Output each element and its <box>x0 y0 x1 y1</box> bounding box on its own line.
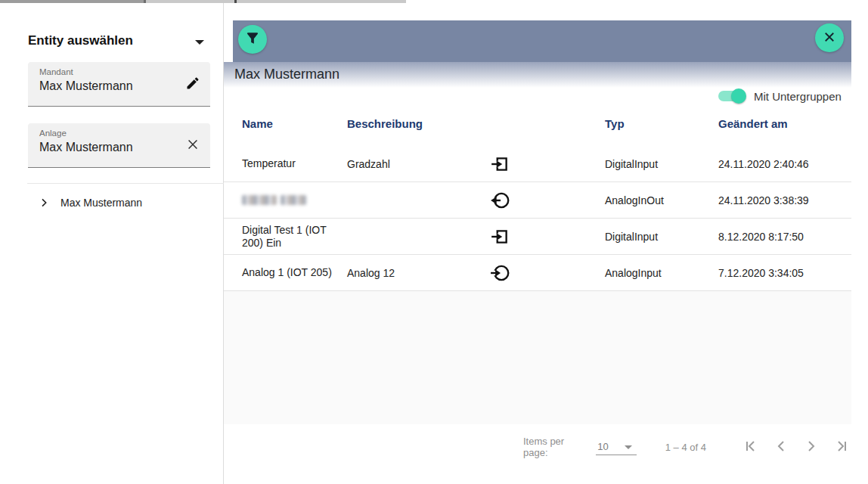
close-x-icon <box>823 30 836 46</box>
paginator: Items per page: 10 1 – 4 of 4 <box>523 437 851 457</box>
column-header-typ[interactable]: Typ <box>605 117 625 130</box>
cell-name: Digital Test 1 (IOT 200) Ein <box>242 219 337 254</box>
clear-anlage-button[interactable] <box>183 135 203 155</box>
subgroups-toggle[interactable] <box>718 88 749 104</box>
items-per-page-label: Items per page: <box>523 436 588 458</box>
mandant-field-label: Mandant <box>39 67 73 76</box>
tree-item-max-mustermann[interactable]: Max Mustermann <box>35 191 216 215</box>
chevron-right-icon[interactable] <box>38 197 50 209</box>
subgroups-toggle-label: Mit Untergruppen <box>754 90 842 103</box>
edit-pencil-icon <box>185 76 200 93</box>
chevron-left-icon <box>772 437 790 458</box>
filter-button[interactable] <box>238 25 267 54</box>
select-caret-icon <box>625 445 632 449</box>
cell-name-redacted <box>242 182 337 218</box>
panel-subheader-gradient: Max Mustermann <box>224 62 851 88</box>
table-row[interactable]: Temperatur Gradzahl DigitalInput 24.11.2… <box>224 146 851 182</box>
column-header-modified[interactable]: Geändert am <box>718 117 788 130</box>
sign-out-circle-icon <box>488 182 511 218</box>
next-page-button[interactable] <box>801 437 821 457</box>
page-range-label: 1 – 4 of 4 <box>665 442 706 453</box>
table-row[interactable]: AnalogInOut 24.11.2020 3:38:39 <box>224 182 851 219</box>
table-empty-area <box>224 291 851 424</box>
column-header-name[interactable]: Name <box>242 117 273 130</box>
chevron-right-icon <box>802 437 820 458</box>
table-header-row: Name Beschreibung Typ Geändert am <box>224 113 851 136</box>
cell-modified: 7.12.2020 3:34:05 <box>718 255 847 290</box>
cell-typ: AnalogInOut <box>605 182 711 218</box>
cell-description <box>347 182 468 218</box>
sign-in-circle-icon <box>488 255 511 290</box>
cell-name: Analog 1 (IOT 205) <box>242 255 337 290</box>
clear-x-icon <box>185 137 200 154</box>
cell-name: Temperatur <box>242 146 337 182</box>
entity-detail-panel: Max Mustermann Mit Untergruppen Name Bes… <box>224 20 851 484</box>
cell-modified: 24.11.2020 3:38:39 <box>718 182 847 218</box>
subgroups-toggle-row: Mit Untergruppen <box>718 88 842 104</box>
cell-modified: 24.11.2020 2:40:46 <box>718 146 847 182</box>
entity-sidebar: Entity auswählen Mandant Max Mustermann … <box>0 3 224 484</box>
tree-item-label: Max Mustermann <box>60 197 142 209</box>
redacted-name-blur <box>242 195 306 205</box>
cell-description: Gradzahl <box>347 146 468 182</box>
anlage-field[interactable]: Anlage Max Mustermann <box>28 123 210 168</box>
panel-title: Max Mustermann <box>234 67 339 82</box>
cell-typ: DigitalInput <box>605 219 711 254</box>
toggle-thumb[interactable] <box>731 88 746 104</box>
table-row[interactable]: Analog 1 (IOT 205) Analog 12 AnalogInput… <box>224 255 851 291</box>
column-header-description[interactable]: Beschreibung <box>347 117 423 130</box>
first-page-button[interactable] <box>741 437 761 457</box>
cell-description <box>347 219 468 254</box>
mandant-field[interactable]: Mandant Max Mustermann <box>28 62 210 107</box>
paginator-footer: Items per page: 10 1 – 4 of 4 <box>224 424 851 484</box>
page-size-value: 10 <box>597 441 608 452</box>
panel-header-bar <box>233 20 851 62</box>
table-body: Temperatur Gradzahl DigitalInput 24.11.2… <box>224 146 851 291</box>
page-size-select[interactable]: 10 <box>596 439 637 455</box>
edit-mandant-button[interactable] <box>183 74 203 94</box>
filter-funnel-icon <box>244 30 261 49</box>
first-page-icon <box>742 437 760 458</box>
anlage-field-value: Max Mustermann <box>39 141 133 154</box>
sign-in-box-icon <box>488 146 511 182</box>
last-page-icon <box>832 437 851 458</box>
sidebar-divider <box>27 183 224 184</box>
paginator-buttons <box>730 437 851 457</box>
collapse-caret-icon[interactable] <box>195 40 204 45</box>
cell-typ: AnalogInput <box>605 255 711 290</box>
browser-tab-text-remnant <box>234 0 237 3</box>
close-panel-button[interactable] <box>815 23 844 52</box>
sign-in-box-icon <box>488 219 511 254</box>
anlage-field-label: Anlage <box>39 129 67 138</box>
mandant-field-value: Max Mustermann <box>39 79 133 93</box>
cell-modified: 8.12.2020 8:17:50 <box>718 219 847 254</box>
table-row[interactable]: Digital Test 1 (IOT 200) Ein DigitalInpu… <box>224 219 851 255</box>
cell-typ: DigitalInput <box>605 146 711 182</box>
sidebar-title: Entity auswählen <box>28 33 133 48</box>
cell-description: Analog 12 <box>347 255 468 290</box>
previous-page-button[interactable] <box>771 437 791 457</box>
last-page-button[interactable] <box>832 437 851 457</box>
